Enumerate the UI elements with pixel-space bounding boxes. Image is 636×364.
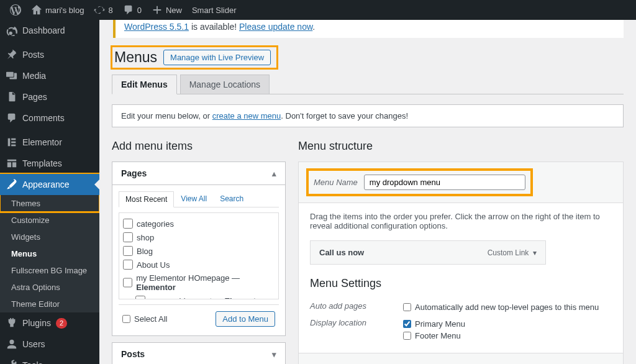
list-item[interactable]: Blog xyxy=(123,244,275,258)
update-now-link[interactable]: Please update now xyxy=(239,22,312,32)
sidebar-item-pages[interactable]: Pages xyxy=(0,86,99,107)
info-box: Edit your menu below, or create a new me… xyxy=(112,104,624,127)
checkbox[interactable] xyxy=(403,320,411,328)
updates-count-num: 8 xyxy=(108,6,112,15)
menu-name-input[interactable] xyxy=(364,175,525,190)
drag-instructions: Drag the items into the order you prefer… xyxy=(310,212,612,230)
list-item[interactable]: categories xyxy=(123,217,275,230)
version-link[interactable]: WordPress 5.5.1 xyxy=(124,22,189,32)
home-icon xyxy=(31,4,42,16)
pages-checklist[interactable]: categories shop Blog About Us my Element… xyxy=(119,212,279,299)
sub-widgets[interactable]: Widgets xyxy=(0,229,99,245)
menu-settings-heading: Menu Settings xyxy=(310,277,612,290)
tab-view-all[interactable]: View All xyxy=(175,191,213,207)
sub-menus[interactable]: Menus xyxy=(0,245,99,262)
menu-edit-frame: Menu Name Drag the items into the order … xyxy=(298,162,624,364)
update-nag: WordPress 5.5.1 is available! Please upd… xyxy=(113,20,624,38)
auto-add-check[interactable]: Automatically add new top-level pages to… xyxy=(403,301,599,313)
wordpress-icon xyxy=(10,4,21,16)
sub-fullscreen[interactable]: Fullscreen BG Image xyxy=(0,262,99,279)
admin-bar: mari's blog 8 0 New Smart Slider xyxy=(0,0,636,20)
sidebar-item-dashboard[interactable]: Dashboard xyxy=(0,20,99,41)
loc-footer[interactable]: Footer Menu xyxy=(403,330,465,342)
sub-editor[interactable]: Theme Editor xyxy=(0,296,99,312)
site-name-label: mari's blog xyxy=(45,6,84,15)
select-all[interactable]: Select All xyxy=(122,314,167,324)
pages-tabs: Most Recent View All Search xyxy=(119,191,279,207)
admin-sidebar: Dashboard Posts Media Pages Comments Ele… xyxy=(0,20,99,364)
tab-manage-locations[interactable]: Manage Locations xyxy=(180,75,270,94)
sidebar-item-templates[interactable]: Templates xyxy=(0,153,99,174)
menu-item-bar[interactable]: Call us now Custom Link ▾ xyxy=(310,240,546,265)
sidebar-item-media[interactable]: Media xyxy=(0,65,99,86)
new-label: New xyxy=(166,6,182,15)
appearance-submenu-rest: Customize Widgets Menus Fullscreen BG Im… xyxy=(0,212,99,312)
tab-edit-menus[interactable]: Edit Menus xyxy=(112,75,177,94)
brush-icon xyxy=(6,179,17,190)
checkbox[interactable] xyxy=(403,303,411,311)
list-item[interactable]: my new blog post — Elementor xyxy=(123,294,275,299)
sidebar-item-plugins[interactable]: Plugins2 xyxy=(0,312,99,334)
checkbox[interactable] xyxy=(123,260,133,270)
wrench-icon xyxy=(6,360,17,364)
sub-themes[interactable]: Themes xyxy=(0,195,99,212)
plus-icon xyxy=(152,4,163,16)
sidebar-item-posts[interactable]: Posts xyxy=(0,44,99,65)
menu-header: Menu Name xyxy=(299,162,623,203)
smart-slider[interactable]: Smart Slider xyxy=(187,6,242,15)
chevron-up-icon: ▴ xyxy=(272,169,276,178)
postbox-posts: Posts▾ xyxy=(112,342,286,364)
loc-primary[interactable]: Primary Menu xyxy=(403,318,465,330)
sub-astra[interactable]: Astra Options xyxy=(0,279,99,296)
page-title: Menus xyxy=(114,49,157,66)
menu-settings: Menu Settings Auto add pages Automatical… xyxy=(310,277,612,344)
sidebar-item-users[interactable]: Users xyxy=(0,334,99,355)
media-icon xyxy=(6,70,17,81)
live-preview-button[interactable]: Manage with Live Preview xyxy=(163,50,271,65)
templates-icon xyxy=(6,158,17,169)
user-icon xyxy=(6,339,17,350)
tab-most-recent[interactable]: Most Recent xyxy=(119,191,174,207)
display-location-label: Display location xyxy=(310,318,403,342)
new-content[interactable]: New xyxy=(147,4,187,16)
checkbox[interactable] xyxy=(135,296,145,299)
checkbox[interactable] xyxy=(123,232,133,242)
nav-tabs: Edit Menus Manage Locations xyxy=(112,75,624,94)
site-name[interactable]: mari's blog xyxy=(26,4,89,16)
appearance-submenu: Themes xyxy=(0,195,99,212)
pages-toggle[interactable]: Pages▴ xyxy=(112,162,285,185)
add-items-heading: Add menu items xyxy=(112,140,286,153)
checkbox[interactable] xyxy=(123,246,133,256)
dashboard-icon xyxy=(6,25,17,36)
checkbox[interactable] xyxy=(403,332,411,340)
elementor-icon xyxy=(6,137,17,148)
updates-count[interactable]: 8 xyxy=(89,4,117,16)
checkbox[interactable] xyxy=(123,219,133,229)
list-item[interactable]: About Us xyxy=(123,258,275,271)
sidebar-item-appearance[interactable]: Appearance xyxy=(0,174,99,195)
menu-name-highlight: Menu Name xyxy=(309,171,530,194)
wp-logo[interactable] xyxy=(5,4,26,16)
tab-search[interactable]: Search xyxy=(214,191,250,207)
page-icon xyxy=(6,91,17,102)
select-all-checkbox[interactable] xyxy=(122,315,130,323)
comments-count[interactable]: 0 xyxy=(118,4,147,16)
list-item[interactable]: my Elementor HOmepage — Elementor xyxy=(123,271,275,294)
page-heading-row: Menus Manage with Live Preview xyxy=(112,47,277,68)
sidebar-item-elementor[interactable]: Elementor xyxy=(0,132,99,153)
add-to-menu-button[interactable]: Add to Menu xyxy=(216,311,275,327)
list-item[interactable]: shop xyxy=(123,230,275,244)
sidebar-item-tools[interactable]: Tools xyxy=(0,355,99,364)
menu-item-type: Custom Link ▾ xyxy=(488,248,537,257)
menu-item-title: Call us now xyxy=(319,248,364,257)
structure-heading: Menu structure xyxy=(298,140,624,153)
menu-footer: Delete Menu xyxy=(299,353,623,364)
checkbox[interactable] xyxy=(123,278,132,288)
comments-count-num: 0 xyxy=(137,6,142,15)
svg-rect-0 xyxy=(8,139,11,147)
svg-rect-3 xyxy=(11,145,16,147)
sub-customize[interactable]: Customize xyxy=(0,212,99,229)
create-menu-link[interactable]: create a new menu xyxy=(212,111,281,121)
sidebar-item-comments[interactable]: Comments xyxy=(0,107,99,129)
posts-toggle[interactable]: Posts▾ xyxy=(112,343,285,364)
